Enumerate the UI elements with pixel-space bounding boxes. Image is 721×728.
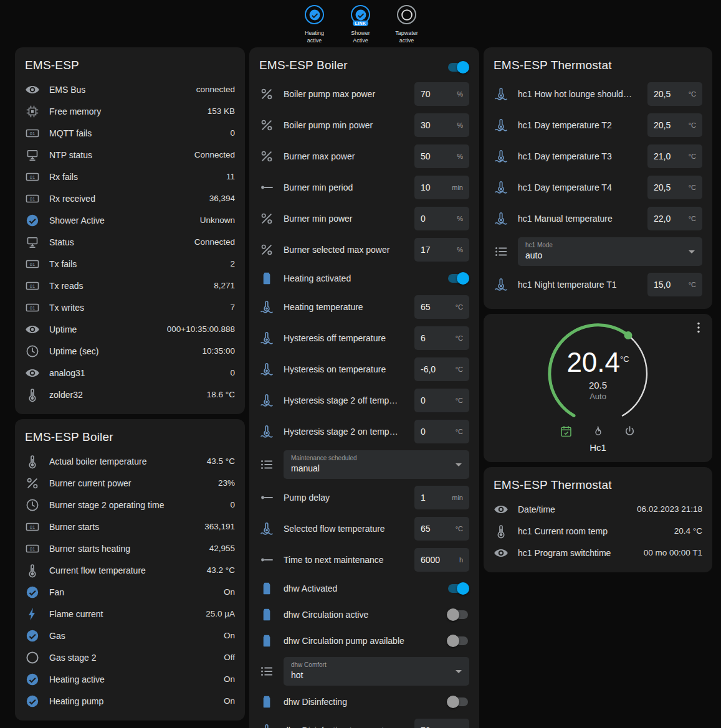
- toggle[interactable]: [447, 272, 469, 285]
- slider-icon: [259, 552, 274, 567]
- entity-row[interactable]: 01Burner starts heating42,955: [25, 537, 235, 559]
- entity-row[interactable]: NTP statusConnected: [25, 144, 235, 166]
- number-input[interactable]: 70°C: [414, 719, 469, 728]
- control-row-number: Selected flow temperature65°C: [259, 513, 469, 544]
- number-input[interactable]: 6000h: [414, 548, 469, 572]
- water-thermometer-icon: [259, 362, 274, 377]
- number-input[interactable]: 70%: [414, 82, 469, 106]
- number-unit: °C: [456, 366, 463, 373]
- number-input[interactable]: 15,0°C: [647, 273, 702, 296]
- status-badge[interactable]: LINKShower Active: [341, 5, 380, 44]
- select-input[interactable]: dhw Comforthot: [284, 657, 469, 686]
- select-value: auto: [525, 250, 684, 260]
- svg-text:01: 01: [30, 305, 35, 310]
- entity-row[interactable]: 01Burner starts363,191: [25, 516, 235, 537]
- status-badge[interactable]: Tapwater active: [388, 5, 426, 44]
- number-input[interactable]: 65°C: [414, 295, 469, 319]
- number-input[interactable]: 10min: [414, 176, 469, 199]
- toggle[interactable]: [447, 635, 469, 647]
- current-temperature-value: 20.4: [566, 347, 620, 377]
- entity-row[interactable]: Actual boiler temperature43.5 °C: [25, 450, 235, 472]
- entity-row[interactable]: GasOn: [25, 625, 235, 646]
- control-row-select: hc1 Modeauto: [494, 234, 702, 269]
- entity-row[interactable]: 01Tx fails2: [25, 253, 235, 275]
- entity-row[interactable]: 01Rx fails11: [25, 166, 235, 187]
- entity-row[interactable]: hc1 Current room temp20.4 °C: [494, 520, 702, 542]
- entity-value: 18.6 °C: [207, 390, 235, 399]
- number-input[interactable]: 17%: [414, 238, 469, 262]
- clock-icon: [25, 344, 40, 359]
- entity-row[interactable]: StatusConnected: [25, 231, 235, 253]
- entity-row[interactable]: Flame current25.0 µA: [25, 603, 235, 625]
- entity-row[interactable]: hc1 Program switchtime00 mo 00:00 T1: [494, 542, 702, 564]
- entity-row[interactable]: 01Rx received36,394: [25, 187, 235, 209]
- entity-row[interactable]: zolder3218.6 °C: [25, 384, 235, 405]
- entity-label: Gas stage 2: [49, 653, 214, 663]
- toggle[interactable]: [447, 582, 469, 595]
- number-unit: °C: [456, 303, 463, 311]
- entity-value: 000+10:35:00.888: [167, 324, 235, 334]
- number-input[interactable]: 6°C: [414, 326, 469, 350]
- number-value: 22,0: [654, 214, 671, 224]
- control-label: hc1 How hot lounge should…: [518, 89, 638, 99]
- number-input[interactable]: 20,5°C: [647, 82, 702, 106]
- select-input[interactable]: hc1 Modeauto: [518, 237, 702, 266]
- number-input[interactable]: 65°C: [414, 517, 469, 541]
- thermostat-dial[interactable]: 20.4°C20.5Auto: [539, 319, 657, 432]
- number-value: -6,0: [421, 364, 436, 374]
- control-label: Heating temperature: [284, 302, 405, 312]
- entity-row[interactable]: Burner current power23%: [25, 472, 235, 494]
- counter-icon: 01: [25, 126, 40, 141]
- entity-row[interactable]: analog310: [25, 362, 235, 384]
- entity-row[interactable]: Heating pumpOn: [25, 690, 235, 712]
- control-row-number: hc1 Day temperature T220,5°C: [494, 110, 702, 141]
- entity-value: 43.5 °C: [207, 456, 235, 466]
- number-input[interactable]: 50%: [414, 144, 469, 168]
- toggle[interactable]: [447, 696, 469, 708]
- entity-row[interactable]: Heating activeOn: [25, 668, 235, 690]
- number-value: 6: [421, 333, 426, 343]
- entity-row[interactable]: 01Tx writes7: [25, 296, 235, 318]
- entity-row[interactable]: Burner stage 2 operating time0: [25, 494, 235, 516]
- card-thermostat_dial: 20.4°C20.5AutoHc1: [484, 314, 712, 462]
- number-input[interactable]: 30%: [414, 113, 469, 137]
- number-input[interactable]: -6,0°C: [414, 357, 469, 381]
- control-label: Hysteresis stage 2 on temp…: [284, 427, 405, 437]
- entity-row[interactable]: Gas stage 2Off: [25, 646, 235, 668]
- badge-label: Tapwater active: [395, 29, 418, 44]
- entity-row[interactable]: Date/time06.02.2023 21:18: [494, 498, 702, 520]
- entity-value: 20.4 °C: [674, 526, 702, 536]
- entity-row[interactable]: Shower ActiveUnknown: [25, 209, 235, 231]
- number-input[interactable]: 20,5°C: [647, 113, 702, 137]
- number-input[interactable]: 0°C: [414, 389, 469, 412]
- entity-value: 363,191: [204, 522, 235, 531]
- entity-value: Off: [224, 653, 235, 662]
- entity-row[interactable]: EMS Busconnected: [25, 78, 235, 100]
- entity-row[interactable]: Free memory153 KB: [25, 100, 235, 122]
- number-input[interactable]: 0%: [414, 207, 469, 230]
- status-badge[interactable]: Heating active: [295, 5, 334, 44]
- check-circle-icon: [25, 213, 40, 228]
- entity-value: On: [224, 587, 235, 597]
- number-input[interactable]: 20,5°C: [647, 176, 702, 199]
- card-master-toggle[interactable]: [447, 61, 469, 73]
- entity-row[interactable]: Current flow temperature43.2 °C: [25, 559, 235, 581]
- number-input[interactable]: 0°C: [414, 420, 469, 443]
- column-middle: EMS-ESP BoilerBoiler pump max power70%Bo…: [249, 47, 479, 728]
- toggle[interactable]: [447, 608, 469, 621]
- number-input[interactable]: 22,0°C: [647, 207, 702, 230]
- percent-icon: [259, 242, 274, 257]
- number-input[interactable]: 21,0°C: [647, 144, 702, 168]
- water-thermometer-icon: [259, 521, 274, 536]
- number-input[interactable]: 1min: [414, 486, 469, 509]
- entity-row[interactable]: Uptime (sec)10:35:00: [25, 340, 235, 362]
- more-menu-button[interactable]: [691, 320, 706, 335]
- entity-label: hc1 Current room temp: [518, 526, 665, 536]
- select-input[interactable]: Maintenance scheduledmanual: [284, 450, 469, 479]
- entity-row[interactable]: FanOn: [25, 581, 235, 603]
- entity-row[interactable]: Uptime000+10:35:00.888: [25, 318, 235, 340]
- entity-row[interactable]: 01Tx reads8,271: [25, 275, 235, 296]
- card-boiler_controls: EMS-ESP BoilerBoiler pump max power70%Bo…: [249, 47, 479, 728]
- chevron-down-icon: [456, 463, 462, 466]
- entity-row[interactable]: 01MQTT fails0: [25, 122, 235, 144]
